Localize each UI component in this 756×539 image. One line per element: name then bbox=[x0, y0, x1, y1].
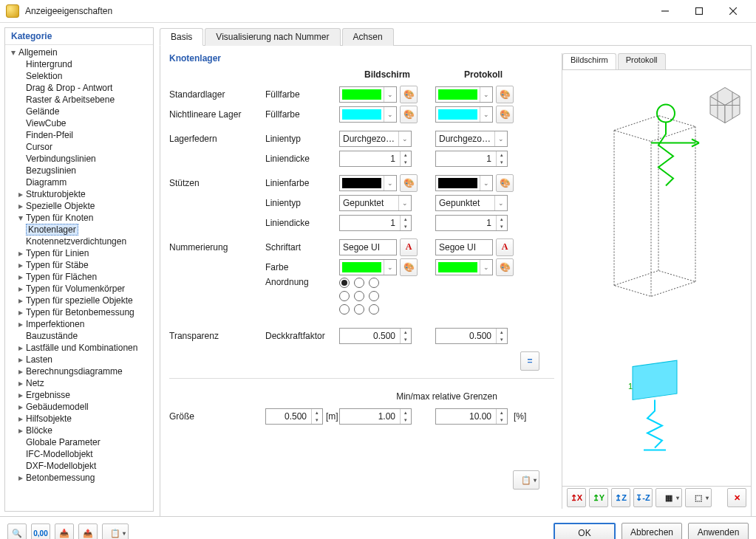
color-col-screen[interactable]: ⌄ bbox=[339, 175, 397, 191]
tree-item[interactable]: Raster & Arbeitsebene bbox=[26, 95, 115, 105]
num-size-abs[interactable]: 0.500▴▾ bbox=[265, 408, 323, 425]
tree-item[interactable]: Strukturobjekte bbox=[26, 189, 86, 199]
tree-item[interactable]: Cursor bbox=[26, 142, 52, 152]
tree-item[interactable]: Selektion bbox=[26, 71, 62, 81]
tree-item[interactable]: Lasten bbox=[26, 354, 52, 365]
tree-item[interactable]: Typen für Stäbe bbox=[26, 260, 89, 270]
reset-view-button[interactable]: ✕ bbox=[727, 488, 746, 507]
palette-icon[interactable]: 🎨 bbox=[496, 106, 514, 123]
tab-basis[interactable]: Basis bbox=[160, 28, 203, 46]
combo-col-lt-screen[interactable]: Gepunktet⌄ bbox=[339, 195, 412, 211]
combo-font-screen[interactable]: Segoe UI bbox=[339, 239, 397, 255]
tree-item[interactable]: Gebäudemodell bbox=[26, 402, 89, 412]
minimize-button[interactable] bbox=[648, 0, 682, 22]
palette-icon[interactable]: 🎨 bbox=[400, 86, 418, 103]
search-button[interactable]: 🔍 bbox=[7, 523, 27, 539]
num-springs-lw-screen[interactable]: 1▴▾ bbox=[339, 151, 412, 167]
combo-col-lt-proto[interactable]: Gepunktet⌄ bbox=[435, 195, 508, 211]
tab-visualisierung[interactable]: Visualisierung nach Nummer bbox=[205, 28, 340, 46]
units-button[interactable]: 0,00 bbox=[31, 523, 50, 539]
tree-item[interactable]: Gelände bbox=[26, 106, 59, 117]
import-button[interactable]: 📥 bbox=[55, 523, 74, 539]
tree-item[interactable]: DXF-Modellobjekt bbox=[26, 461, 96, 471]
preview-canvas[interactable]: 1 bbox=[562, 70, 751, 486]
tree-item-knotenlager[interactable]: Knotenlager bbox=[26, 224, 78, 236]
arrangement-radiogroup[interactable] bbox=[339, 277, 379, 315]
color-num-proto[interactable]: ⌄ bbox=[435, 259, 493, 275]
color-num-screen[interactable]: ⌄ bbox=[339, 259, 397, 275]
num-springs-lw-proto[interactable]: 1▴▾ bbox=[435, 151, 508, 167]
ok-button[interactable]: OK bbox=[554, 523, 616, 539]
palette-icon[interactable]: 🎨 bbox=[496, 86, 514, 103]
palette-icon[interactable]: 🎨 bbox=[496, 174, 514, 192]
apply-button[interactable]: Anwenden bbox=[688, 523, 749, 539]
color-col-proto[interactable]: ⌄ bbox=[435, 175, 493, 191]
preview-tab-protokoll[interactable]: Protokoll bbox=[618, 53, 666, 69]
num-size-max[interactable]: 10.00▴▾ bbox=[435, 408, 508, 425]
tree-item[interactable]: Hilfsobjekte bbox=[26, 413, 72, 424]
tree-item[interactable]: Typen für Flächen bbox=[26, 272, 97, 282]
more-button[interactable]: 📋 bbox=[102, 523, 129, 539]
tree-item[interactable]: Spezielle Objekte bbox=[26, 201, 95, 211]
perspective-button[interactable]: ⬚ bbox=[685, 488, 712, 507]
tree-item[interactable]: Ergebnisse bbox=[26, 390, 70, 400]
tree-item[interactable]: Drag & Drop - Antwort bbox=[26, 83, 112, 93]
maximize-button[interactable] bbox=[682, 0, 716, 22]
tree-item[interactable]: Lastfälle und Kombinationen bbox=[26, 343, 137, 353]
combo-font-proto[interactable]: Segoe UI bbox=[435, 239, 493, 255]
tree-item[interactable]: Typen für Betonbemessung bbox=[26, 307, 134, 317]
tree-item[interactable]: Typen für Volumenkörper bbox=[26, 284, 125, 294]
color-standard-proto[interactable]: ⌄ bbox=[435, 86, 493, 103]
tree-item[interactable]: Diagramm bbox=[26, 177, 67, 188]
tree-item[interactable]: Hintergrund bbox=[26, 59, 72, 69]
tree-item-allgemein[interactable]: Allgemein bbox=[18, 47, 58, 58]
tree-item[interactable]: IFC-Modellobjekt bbox=[26, 449, 93, 459]
color-nonlin-proto[interactable]: ⌄ bbox=[435, 106, 493, 123]
tree-item[interactable]: ViewCube bbox=[26, 118, 66, 128]
axis-y-button[interactable]: ↥Y bbox=[589, 488, 608, 507]
num-trans-screen[interactable]: 0.500▴▾ bbox=[339, 328, 412, 344]
tree-item[interactable]: Bauzustände bbox=[26, 331, 78, 341]
tree-item[interactable]: Typen für Knoten bbox=[26, 213, 93, 223]
tree-item[interactable]: Globale Parameter bbox=[26, 437, 101, 447]
tree-item[interactable]: Betonbemessung bbox=[26, 473, 95, 483]
combo-springs-lt-proto[interactable]: Durchgezo…⌄ bbox=[435, 131, 508, 147]
palette-icon[interactable]: 🎨 bbox=[400, 174, 418, 192]
color-nonlin-screen[interactable]: ⌄ bbox=[339, 106, 397, 123]
tree-item[interactable]: Blöcke bbox=[26, 425, 52, 436]
copy-settings-button[interactable]: 📋 bbox=[513, 470, 539, 490]
num-trans-proto[interactable]: 0.500▴▾ bbox=[435, 328, 508, 344]
combo-springs-lt-screen[interactable]: Durchgezo…⌄ bbox=[339, 131, 412, 147]
num-col-lw-proto[interactable]: 1▴▾ bbox=[435, 215, 508, 231]
num-size-min[interactable]: 1.00▴▾ bbox=[339, 408, 412, 425]
tree-item[interactable]: Knotennetzverdichtungen bbox=[26, 236, 126, 247]
close-button[interactable] bbox=[716, 0, 750, 22]
num-col-lw-screen[interactable]: 1▴▾ bbox=[339, 215, 412, 231]
axis-nz-button[interactable]: ↧-Z bbox=[633, 488, 653, 507]
tree-item[interactable]: Berechnungsdiagramme bbox=[26, 366, 123, 377]
tree-item[interactable]: Typen für spezielle Objekte bbox=[26, 295, 133, 306]
palette-icon[interactable]: 🎨 bbox=[496, 258, 514, 276]
axis-z-button[interactable]: ↥Z bbox=[611, 488, 630, 507]
tree-item[interactable]: Finden-Pfeil bbox=[26, 130, 73, 140]
preview-tab-bildschirm[interactable]: Bildschirm bbox=[562, 53, 616, 69]
tree-item[interactable]: Verbindungslinien bbox=[26, 154, 96, 164]
tab-achsen[interactable]: Achsen bbox=[342, 28, 394, 46]
tree-item[interactable]: Netz bbox=[26, 378, 44, 388]
iso-view-button[interactable]: ▦ bbox=[655, 488, 682, 507]
tree-item[interactable]: Imperfektionen bbox=[26, 319, 84, 329]
palette-icon[interactable]: 🎨 bbox=[400, 258, 418, 276]
palette-icon[interactable]: 🎨 bbox=[400, 106, 418, 123]
tree-item[interactable]: Typen für Linien bbox=[26, 248, 89, 258]
tree-item[interactable]: Bezugslinien bbox=[26, 165, 76, 176]
color-standard-screen[interactable]: ⌄ bbox=[339, 86, 397, 103]
font-icon[interactable]: A bbox=[400, 238, 418, 256]
export-button[interactable]: 📤 bbox=[78, 523, 98, 539]
category-tree[interactable]: ▾Allgemein Hintergrund Selektion Drag & … bbox=[5, 45, 153, 511]
sync-columns-button[interactable]: = bbox=[520, 351, 539, 371]
preview-panel: Bildschirm Protokoll bbox=[562, 53, 751, 509]
label-nichtlineare: Nichtlineare Lager bbox=[169, 109, 265, 120]
cancel-button[interactable]: Abbrechen bbox=[622, 523, 682, 539]
axis-x-button[interactable]: ↥X bbox=[567, 488, 586, 507]
font-icon[interactable]: A bbox=[496, 238, 514, 256]
